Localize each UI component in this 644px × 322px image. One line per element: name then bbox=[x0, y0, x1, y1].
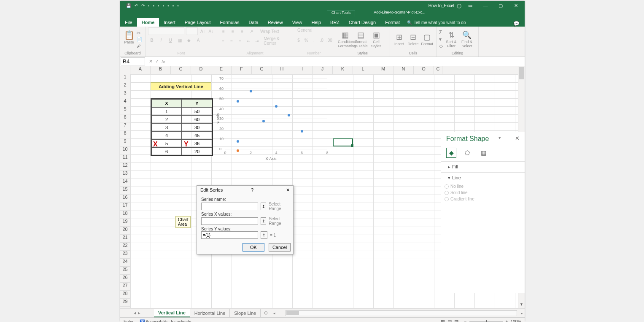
cell-styles-button[interactable]: ▣Cell Styles bbox=[369, 30, 383, 48]
table-cell[interactable]: 20 bbox=[182, 147, 212, 155]
row-header[interactable]: 26 bbox=[120, 275, 130, 283]
dialog-close-icon[interactable]: ✕ bbox=[286, 187, 290, 193]
comments-icon[interactable]: 💬 bbox=[513, 21, 525, 27]
fill-icon[interactable]: ▾ bbox=[439, 36, 443, 42]
row-header[interactable]: 29 bbox=[120, 299, 130, 307]
horizontal-scrollbar[interactable] bbox=[286, 310, 517, 316]
cancel-button[interactable]: Cancel bbox=[269, 243, 291, 252]
tab-data[interactable]: Data bbox=[244, 18, 263, 27]
row-header[interactable]: 24 bbox=[120, 259, 130, 267]
zoom-in-icon[interactable]: + bbox=[506, 319, 508, 322]
currency-icon[interactable]: $ bbox=[296, 36, 302, 44]
series-y-input[interactable] bbox=[201, 231, 258, 239]
row-header[interactable]: 19 bbox=[120, 219, 130, 227]
row-header[interactable]: 18 bbox=[120, 211, 130, 219]
fill-color-icon[interactable]: ◆ bbox=[185, 36, 193, 44]
sheet-nav-icons[interactable]: ◂ ▸ bbox=[120, 310, 154, 316]
paste-button[interactable]: Paste bbox=[123, 30, 135, 49]
tab-review[interactable]: Review bbox=[263, 18, 288, 27]
row-header[interactable]: 28 bbox=[120, 291, 130, 299]
user-avatar-icon[interactable]: ◯ bbox=[457, 3, 461, 8]
align-top-icon[interactable]: ≡ bbox=[220, 27, 227, 35]
zoom-level[interactable]: 100% bbox=[510, 319, 521, 322]
table-cell[interactable]: 3 bbox=[151, 123, 182, 131]
conditional-formatting-button[interactable]: ▦Conditional Formatting bbox=[338, 30, 352, 48]
row-header[interactable]: 11 bbox=[120, 154, 130, 162]
row-header[interactable]: 8 bbox=[120, 130, 130, 138]
series-name-input[interactable] bbox=[201, 203, 258, 210]
tab-help[interactable]: Help bbox=[307, 18, 326, 27]
sort-filter-button[interactable]: ⇅Sort & Filter bbox=[444, 30, 458, 48]
radio-no-line[interactable]: No line bbox=[441, 183, 525, 189]
autosum-icon[interactable]: Σ bbox=[439, 30, 443, 35]
minimize-icon[interactable]: ― bbox=[479, 3, 492, 8]
name-box[interactable] bbox=[121, 57, 145, 65]
fill-handle[interactable] bbox=[351, 144, 353, 147]
dialog-help-icon[interactable]: ? bbox=[251, 187, 253, 193]
cancel-formula-icon[interactable]: ✕ bbox=[149, 59, 153, 64]
dec-decimal-icon[interactable]: .00 bbox=[326, 36, 332, 44]
row-header[interactable]: 20 bbox=[120, 227, 130, 235]
page-layout-view-icon[interactable]: ▤ bbox=[447, 319, 452, 322]
ok-button[interactable]: OK bbox=[243, 243, 264, 252]
align-middle-icon[interactable]: ≡ bbox=[229, 27, 237, 35]
table-cell[interactable]: 50 bbox=[182, 107, 212, 115]
tab-view[interactable]: View bbox=[288, 18, 307, 27]
data-point[interactable] bbox=[250, 90, 252, 92]
underline-icon[interactable]: U bbox=[167, 36, 174, 44]
data-point[interactable] bbox=[301, 130, 303, 133]
comma-icon[interactable]: , bbox=[311, 36, 317, 44]
close-icon[interactable]: ✕ bbox=[509, 3, 522, 8]
row-header[interactable]: 5 bbox=[120, 106, 130, 114]
redo-icon[interactable]: ↷ bbox=[141, 3, 145, 8]
effects-tab-icon[interactable]: ⬠ bbox=[462, 148, 472, 158]
fx-icon[interactable]: fx bbox=[162, 59, 165, 64]
data-point[interactable] bbox=[237, 100, 239, 103]
qat-icon[interactable]: ▪ bbox=[158, 3, 159, 8]
sheet-tab-slope-line[interactable]: Slope Line bbox=[230, 309, 261, 317]
row-header[interactable]: 14 bbox=[120, 179, 130, 187]
qat-icon[interactable]: ▪ bbox=[177, 3, 179, 8]
scroll-thumb[interactable] bbox=[519, 67, 524, 79]
hscroll-left-icon[interactable]: ◂ bbox=[271, 311, 277, 315]
orientation-icon[interactable]: ↗ bbox=[248, 27, 255, 35]
undo-icon[interactable]: ↶ bbox=[135, 3, 138, 8]
pane-options-icon[interactable]: ▾ bbox=[498, 135, 501, 143]
row-header[interactable]: 4 bbox=[120, 98, 130, 106]
formula-bar[interactable] bbox=[168, 58, 525, 65]
sheet-tab-vertical-line[interactable]: Vertical Line bbox=[154, 309, 190, 317]
clear-icon[interactable]: ◇ bbox=[439, 43, 443, 49]
table-cell[interactable]: 2 bbox=[151, 115, 182, 123]
copy-icon[interactable]: 📄 bbox=[137, 37, 143, 42]
qat-icon[interactable]: ▪ bbox=[167, 3, 169, 8]
qat-icon[interactable]: ▪ bbox=[148, 3, 150, 8]
row-header[interactable]: 6 bbox=[120, 114, 130, 122]
inc-decimal-icon[interactable]: .0 bbox=[319, 36, 325, 44]
hscroll-thumb[interactable] bbox=[286, 311, 299, 315]
series-y-range-icon[interactable]: ↥ bbox=[261, 231, 267, 239]
row-header[interactable]: 17 bbox=[120, 203, 130, 211]
series-x-input[interactable] bbox=[201, 217, 258, 225]
row-header[interactable]: 27 bbox=[120, 283, 130, 291]
series-name-range-icon[interactable]: ↥ bbox=[261, 203, 266, 210]
cut-icon[interactable]: ✂ bbox=[137, 30, 143, 36]
row-header[interactable]: 3 bbox=[120, 90, 130, 98]
hscroll-right-icon[interactable]: ▸ bbox=[519, 311, 525, 315]
ribbon-options-icon[interactable]: ▭ bbox=[464, 3, 477, 8]
row-header[interactable]: 22 bbox=[120, 243, 130, 251]
find-select-button[interactable]: 🔍Find & Select bbox=[460, 30, 474, 48]
select-all-triangle[interactable] bbox=[120, 66, 130, 74]
tab-page-layout[interactable]: Page Layout bbox=[180, 18, 216, 27]
format-painter-icon[interactable]: 🖌 bbox=[137, 43, 143, 48]
row-header[interactable]: 13 bbox=[120, 170, 130, 179]
table-cell[interactable]: 45 bbox=[182, 131, 212, 139]
plot-area[interactable] bbox=[225, 78, 327, 149]
normal-view-icon[interactable]: ▦ bbox=[441, 319, 445, 322]
bold-icon[interactable]: B bbox=[148, 36, 156, 44]
save-icon[interactable]: 💾 bbox=[126, 3, 131, 8]
row-header[interactable]: 2 bbox=[120, 82, 130, 90]
align-right-icon[interactable]: ≡ bbox=[237, 37, 243, 45]
tab-chart-design[interactable]: Chart Design bbox=[344, 18, 380, 27]
fill-section[interactable]: ▸Fill bbox=[441, 161, 525, 172]
row-header[interactable]: 23 bbox=[120, 251, 130, 259]
